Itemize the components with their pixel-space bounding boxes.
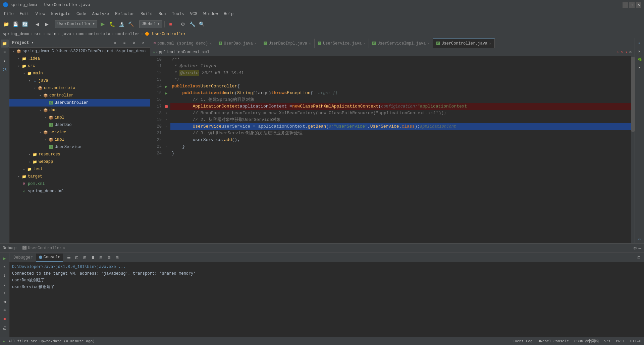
breadcrumb-com[interactable]: com [76, 32, 84, 37]
close-button[interactable]: ✕ [636, 2, 641, 8]
code-content[interactable]: /** * @author liayun * @create 2021-09-1… [170, 56, 631, 243]
encoding[interactable]: UTF-8 [630, 339, 641, 343]
tree-item-resources[interactable]: ▸ 📁 resources [9, 151, 150, 158]
minimize-button[interactable]: ─ [623, 2, 628, 8]
print-console-button[interactable]: ⊞ [81, 254, 89, 261]
jrebel-left-icon[interactable]: JR [1, 66, 9, 74]
run-button[interactable]: ▶ [99, 20, 107, 28]
debug-button[interactable]: 🐛 [108, 20, 116, 28]
menu-run[interactable]: Run [156, 11, 169, 17]
spring-right-icon[interactable]: 🌿 [636, 56, 644, 64]
sdk-button[interactable]: 🔧 [189, 20, 197, 28]
tree-item-main[interactable]: ▾ 📁 main [9, 70, 150, 77]
project-tool-icon[interactable]: 📁 [1, 40, 9, 48]
scrollbar-thumb[interactable] [631, 57, 635, 132]
maximize-button[interactable]: □ [629, 2, 635, 8]
tree-item-impl-dao[interactable]: ▸ 📦 impl [9, 114, 150, 121]
line-ending[interactable]: CRLF [616, 339, 625, 343]
structure-tool-icon[interactable]: ≡ [1, 48, 9, 56]
run-config-dropdown[interactable]: UserController ▾ [55, 20, 97, 28]
jrebel-console-link[interactable]: JRebel Console [538, 339, 569, 343]
tab-userservice[interactable]: 🅸 UserService.java ✕ [315, 39, 369, 48]
tree-item-target[interactable]: ▸ 📁 target [9, 173, 150, 180]
tree-item-controller[interactable]: ▾ 📦 controller [9, 92, 150, 99]
maven-right-icon[interactable]: M [636, 48, 644, 56]
search-everywhere-button[interactable]: 🔍 [198, 20, 206, 28]
menu-edit[interactable]: Edit [17, 11, 32, 17]
console-tab[interactable]: Console [36, 254, 63, 262]
menu-view[interactable]: View [33, 11, 48, 17]
tree-item-webapp[interactable]: ▸ 📁 webapp [9, 158, 150, 165]
menu-help[interactable]: Help [221, 11, 236, 17]
event-log-link[interactable]: Event Log [513, 339, 532, 343]
print-debug-button[interactable]: 🖨 [1, 324, 9, 332]
tab-close-userservice[interactable]: ✕ [363, 42, 365, 46]
pause-output-button[interactable]: ⏸ [89, 254, 97, 261]
open-file-button[interactable]: 📁 [2, 20, 10, 28]
breadcrumb-main[interactable]: main [47, 32, 56, 37]
step-over-button[interactable]: ↷ [1, 263, 9, 271]
breadcrumb-controller[interactable]: controller [115, 32, 140, 37]
breadcrumb-java[interactable]: java [61, 32, 71, 37]
locate-in-tree-icon[interactable]: ⊕ [111, 39, 119, 47]
tree-item-dao[interactable]: ▾ 📦 dao [9, 107, 150, 114]
resume-button[interactable]: ▶ [1, 254, 9, 262]
save-button[interactable]: 💾 [11, 20, 19, 28]
tab-userdao[interactable]: 🅸 UserDao.java ✕ [215, 39, 260, 48]
tab-pom-xml[interactable]: M pom.xml (spring_demo) ✕ [150, 39, 215, 48]
tab-userserviceimpl[interactable]: 🅲 UserServiceImpl.java ✕ [369, 39, 433, 48]
force-step-into-button[interactable]: ⇓ [1, 280, 9, 288]
tab-usercontroller[interactable]: 🅲 UserController.java ✕ [433, 39, 495, 48]
coverage-button[interactable]: 🔬 [117, 20, 125, 28]
tree-item-spring-demo[interactable]: ▾ 📦 spring_demo C:\Users\32120\IdeaProje… [9, 48, 150, 55]
tree-item-src[interactable]: ▾ 📁 src [9, 62, 150, 70]
breadcrumb-meimeixia[interactable]: meimeixia [89, 32, 110, 37]
debug-close-button[interactable]: ─ [638, 246, 641, 251]
right-scrollbar[interactable] [631, 56, 635, 243]
breadcrumb-spring-demo[interactable]: spring_demo [3, 32, 29, 37]
forward-button[interactable]: ▶ [43, 20, 51, 28]
tab-close-userdaoimpl[interactable]: ✕ [309, 42, 311, 46]
menu-vcs[interactable]: VCS [187, 11, 200, 17]
gutter-line-14[interactable]: ▶ [164, 83, 169, 90]
tab-userdaoimpl[interactable]: 🅲 UserDaoImpl.java ✕ [260, 39, 315, 48]
jrebel-console-right-icon[interactable]: JR [636, 235, 644, 243]
tab-close-userdao[interactable]: ✕ [255, 42, 257, 46]
tree-item-spring-iml[interactable]: ◇ spring_demo.iml [9, 188, 150, 195]
close-context-bar[interactable]: ✕ [629, 50, 632, 54]
build-project-button[interactable]: 🔨 [127, 20, 135, 28]
copy-output-button[interactable]: ⊟ [97, 254, 105, 261]
tree-item-idea[interactable]: ▸ 📁 .idea [9, 55, 150, 62]
tree-item-usercontroller[interactable]: 🅲 UserController [9, 99, 150, 107]
menu-build[interactable]: Build [138, 11, 155, 17]
debug-settings-button[interactable]: ⚙ [633, 246, 637, 251]
menu-tools[interactable]: Tools [169, 11, 187, 17]
tree-settings-icon[interactable]: ⚙ [130, 39, 138, 47]
debug-tab-close[interactable]: ✕ [63, 246, 65, 250]
tree-item-service[interactable]: ▾ 📦 service [9, 129, 150, 136]
expand-panel-button[interactable]: ⊡ [635, 254, 643, 261]
structure-right-icon[interactable]: ≡ [636, 40, 644, 48]
hide-tree-icon[interactable]: ✕ [139, 39, 147, 47]
tab-close-usercontroller[interactable]: ✕ [489, 42, 491, 46]
breakpoint-icon-17[interactable] [165, 105, 168, 108]
clear-console-button[interactable]: ☰ [65, 254, 72, 261]
tree-item-userservice[interactable]: 🅸 UserService [9, 143, 150, 151]
run-to-cursor-button[interactable]: ⊲ [1, 298, 9, 306]
scroll-to-end-button[interactable]: ⊡ [73, 254, 80, 261]
breadcrumb-usercontroller[interactable]: 🔶 UserController [145, 31, 186, 37]
favorites-tool-icon[interactable]: ★ [1, 57, 9, 65]
settings-button[interactable]: ⚙ [179, 20, 187, 28]
gutter-line-15[interactable]: ▶ [164, 90, 169, 96]
tree-item-java[interactable]: ▾ ☕ java [9, 77, 150, 84]
stop-debug-button[interactable]: ■ [1, 315, 9, 323]
tree-item-test[interactable]: ▸ 📁 test [9, 165, 150, 173]
favorites-right-icon[interactable]: ★ [636, 64, 644, 72]
tab-close-userserviceimpl[interactable]: ✕ [427, 42, 429, 46]
tree-item-userdao[interactable]: 🅸 UserDao [9, 121, 150, 129]
menu-navigate[interactable]: Navigate [48, 11, 73, 17]
stop-button[interactable]: ■ [167, 20, 175, 28]
menu-file[interactable]: File [1, 11, 16, 17]
jrebel-dropdown[interactable]: JRebel ▾ [139, 20, 162, 28]
tree-item-impl-service[interactable]: ▸ 📦 impl [9, 136, 150, 143]
